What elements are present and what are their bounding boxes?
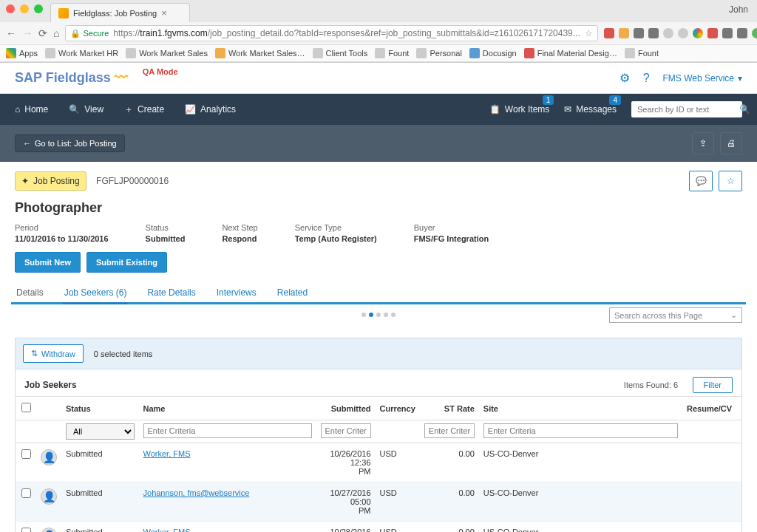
status-value: Submitted [146,234,186,243]
nav-home[interactable]: ⌂Home [15,104,48,115]
row-submitted: 10/26/2016 12:36PM [316,443,376,482]
job-seekers-panel: ⇅ Withdraw 0 selected items Job Seekers … [15,338,742,532]
buyer-value: FMS/FG Integration [414,234,489,243]
posting-id: FGFLJP00000016 [96,176,169,186]
extension-icon[interactable] [663,28,673,38]
share-icon[interactable]: ⇪ [692,132,714,154]
window-minimize-button[interactable] [20,4,29,13]
name-filter-input[interactable] [143,423,312,438]
col-strate[interactable]: ST Rate [420,397,479,420]
seeker-name-link[interactable]: Worker, FMS [143,449,191,458]
comment-button[interactable]: 💬 [689,171,713,191]
seeker-name-link[interactable]: Johannson, fms@webservice [143,488,250,497]
extension-icon[interactable] [722,28,733,38]
bookmark-item[interactable]: Personal [416,48,461,58]
tab-rate-details[interactable]: Rate Details [146,283,197,302]
clipboard-icon: 📋 [489,104,500,115]
nav-create[interactable]: ＋Create [124,103,164,116]
bookmark-item[interactable]: Fount [625,48,659,58]
tab-interviews[interactable]: Interviews [215,283,258,302]
detail-tabs: Details Job Seekers (6) Rate Details Int… [11,283,746,304]
row-currency: USD [376,443,420,482]
search-icon[interactable]: 🔍 [739,104,750,115]
bookmark-item[interactable]: Client Tools [313,48,368,58]
row-checkbox[interactable] [21,528,31,532]
back-to-list-button[interactable]: ← Go to List: Job Posting [15,134,125,152]
extension-icon[interactable] [678,28,688,38]
seeker-name-link[interactable]: Worker, FMS [143,528,191,532]
print-icon[interactable]: 🖨 [720,132,742,154]
bookmark-item[interactable]: Work Market HR [45,48,118,58]
reload-icon[interactable]: ⟳ [38,27,47,39]
extension-icon[interactable] [619,28,629,38]
gear-icon[interactable]: ⚙ [619,71,630,85]
nav-analytics[interactable]: 📈Analytics [185,104,236,115]
tab-details[interactable]: Details [15,283,45,302]
row-checkbox[interactable] [21,488,31,498]
nav-view[interactable]: 🔍View [69,104,103,115]
col-submitted[interactable]: Submitted [316,397,376,420]
folder-icon [126,48,136,58]
col-site[interactable]: Site [479,397,682,420]
extension-icon[interactable] [604,28,614,38]
app-logo[interactable]: SAP Fieldglass 〰 [15,70,128,86]
job-posting-pill: ✦ Job Posting [15,171,86,191]
analytics-icon: 📈 [185,104,196,115]
site-filter-input[interactable] [483,423,678,438]
url-bar[interactable]: 🔒 Secure https://train1.fgvms.com/job_po… [65,25,597,41]
bookmark-item[interactable]: Work Market Sales [126,48,208,58]
servicetype-label: Service Type [295,223,377,232]
select-all-checkbox[interactable] [21,403,31,412]
back-icon[interactable]: ← [6,27,16,39]
submit-new-button[interactable]: Submit New [15,252,81,273]
nav-work-items[interactable]: 📋Work Items 1 [489,104,549,115]
status-filter-select[interactable]: All [66,423,135,440]
col-resume[interactable]: Resume/CV [682,397,741,420]
col-currency[interactable]: Currency [376,397,420,420]
global-search[interactable]: 🔍 [631,101,742,117]
filter-button[interactable]: Filter [693,377,733,393]
col-name[interactable]: Name [139,397,316,420]
submit-existing-button[interactable]: Submit Existing [86,252,167,273]
extension-icon[interactable] [707,28,718,38]
browser-home-icon[interactable]: ⌂ [53,27,59,39]
row-checkbox[interactable] [21,449,31,459]
browser-tab[interactable]: Fieldglass: Job Posting × [50,3,190,22]
help-icon[interactable]: ? [643,72,650,85]
submitted-filter-input[interactable] [321,423,371,438]
row-resume [682,482,741,522]
main-nav: ⌂Home 🔍View ＋Create 📈Analytics 📋Work Ite… [0,94,757,125]
row-resume [682,443,741,482]
forward-icon[interactable]: → [22,27,33,39]
extension-icon[interactable] [737,28,747,38]
bookmark-item[interactable]: Docusign [469,48,517,58]
secure-badge: 🔒 Secure [70,29,109,38]
extension-icon[interactable] [634,28,644,38]
nextstep-value: Respond [222,234,257,243]
row-strate: 0.00 [420,522,479,533]
window-maximize-button[interactable] [34,4,43,13]
bookmark-item[interactable]: Work Market Sales… [215,48,305,58]
tab-related[interactable]: Related [276,283,309,302]
bookmark-item[interactable]: Final Material Desig… [524,48,617,58]
fms-web-service-link[interactable]: FMS Web Service ▾ [663,73,742,83]
bookmark-star-icon[interactable]: ☆ [585,28,593,38]
extension-icon[interactable] [752,28,757,38]
nav-messages[interactable]: ✉Messages 4 [564,104,617,115]
lock-icon: 🔒 [70,29,81,38]
col-status[interactable]: Status [61,397,139,420]
strate-filter-input[interactable] [424,423,475,438]
folder-icon [416,48,427,58]
tab-close-icon[interactable]: × [161,7,167,18]
window-close-button[interactable] [6,4,15,13]
extension-icon[interactable] [693,28,703,38]
period-value: 11/01/2016 to 11/30/2016 [15,234,109,243]
favorite-button[interactable]: ☆ [719,171,742,191]
withdraw-button[interactable]: ⇅ Withdraw [23,344,84,363]
search-across-page[interactable]: Search across this Page ⌄ [609,307,742,323]
tab-job-seekers[interactable]: Job Seekers (6) [63,283,129,304]
bookmark-item[interactable]: Apps [6,48,38,58]
extension-icon[interactable] [648,28,659,38]
bookmark-item[interactable]: Fount [375,48,409,58]
global-search-input[interactable] [637,105,739,114]
